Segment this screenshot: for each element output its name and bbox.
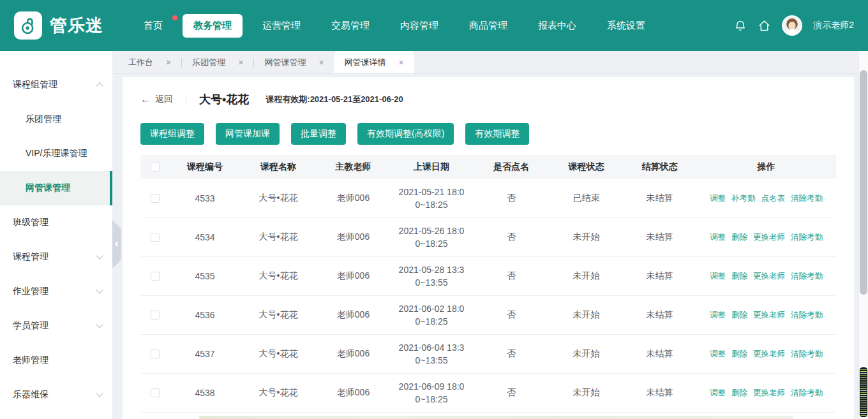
row-checkbox[interactable]: [151, 388, 160, 397]
nav-item[interactable]: 交易管理: [320, 14, 380, 38]
course-id-cell: 4533: [170, 193, 240, 203]
sidebar-item[interactable]: 考级报名: [0, 412, 112, 419]
close-icon[interactable]: ×: [399, 58, 404, 67]
action-link[interactable]: 更换老师: [753, 232, 785, 243]
sidebar-item[interactable]: 课程管理: [0, 240, 112, 274]
row-checkbox[interactable]: [151, 349, 160, 358]
action-link[interactable]: 更换老师: [753, 388, 785, 399]
nav-item[interactable]: 商品管理: [458, 14, 518, 38]
status-cell: 未开始: [550, 348, 623, 360]
avatar[interactable]: [782, 15, 802, 36]
row-checkbox[interactable]: [151, 311, 160, 320]
sidebar-item[interactable]: VIP/乐理课管理: [0, 136, 112, 171]
header-checkbox-cell: [140, 163, 170, 172]
action-button[interactable]: 网管课加课: [216, 123, 280, 145]
sidebar-item[interactable]: 课程组管理: [0, 68, 112, 102]
action-button[interactable]: 有效期调整(高权限): [357, 123, 454, 145]
action-link[interactable]: 删除: [731, 349, 747, 360]
row-checkbox[interactable]: [151, 233, 160, 242]
action-button[interactable]: 课程组调整: [140, 123, 204, 145]
action-link[interactable]: 清除考勤: [791, 271, 823, 282]
user-name[interactable]: 演示老师2: [813, 20, 854, 31]
action-link[interactable]: 调整: [710, 271, 726, 282]
sidebar-item-label: 乐团管理: [26, 114, 102, 125]
sidebar-item[interactable]: 乐团管理: [0, 102, 112, 136]
action-button[interactable]: 有效期调整: [465, 123, 529, 145]
tab-bar: 工作台×乐团管理×网管课管理×网管课详情×: [112, 51, 858, 74]
action-link[interactable]: 调整: [710, 232, 726, 243]
scrollbar-thumb[interactable]: [860, 70, 867, 295]
sidebar-item[interactable]: 乐器维保: [0, 378, 112, 412]
home-icon[interactable]: [758, 19, 771, 33]
course-id-cell: 4534: [170, 232, 240, 242]
back-arrow-icon: ←: [140, 94, 151, 105]
tab-item[interactable]: 网管课详情×: [334, 51, 414, 73]
action-link[interactable]: 更换老师: [753, 349, 785, 360]
close-icon[interactable]: ×: [238, 58, 243, 67]
teacher-cell: 老师006: [317, 232, 390, 243]
action-button[interactable]: 批量调整: [291, 123, 346, 145]
action-link[interactable]: 清除考勤: [791, 349, 823, 360]
nav-item[interactable]: 首页: [133, 14, 174, 38]
action-link[interactable]: 更换老师: [753, 310, 785, 321]
nav-item[interactable]: 系统设置: [596, 14, 656, 38]
select-all-checkbox[interactable]: [151, 163, 160, 172]
nav-item-label: 内容管理: [400, 20, 438, 31]
close-icon[interactable]: ×: [318, 58, 324, 67]
app-body: 课程组管理乐团管理VIP/乐理课管理网管课管理班级管理课程管理作业管理学员管理老…: [0, 51, 868, 419]
row-checkbox[interactable]: [151, 194, 160, 203]
date-text: 2021-05-21 18:00~18:25: [398, 186, 465, 211]
action-link[interactable]: 调整: [710, 310, 726, 321]
teacher-cell: 老师006: [317, 348, 390, 360]
settlement-cell: 未结算: [623, 309, 696, 321]
action-link[interactable]: 清除考勤: [791, 193, 823, 204]
nav-item[interactable]: 内容管理: [389, 14, 449, 38]
sidebar-item[interactable]: 班级管理: [0, 205, 112, 240]
action-link[interactable]: 删除: [731, 232, 747, 243]
action-link[interactable]: 删除: [731, 388, 747, 399]
row-checkbox[interactable]: [151, 272, 160, 281]
brand[interactable]: 管乐迷: [14, 11, 103, 40]
rollcall-cell: 否: [473, 193, 550, 204]
sidebar-item[interactable]: 网管课管理: [0, 171, 112, 205]
nav-item-label: 报表中心: [538, 20, 576, 31]
status-cell: 未开始: [550, 270, 623, 282]
close-icon[interactable]: ×: [166, 58, 171, 67]
action-link[interactable]: 调整: [710, 388, 726, 399]
action-link[interactable]: 清除考勤: [791, 388, 823, 399]
nav-item[interactable]: 教务管理: [183, 14, 243, 38]
rollcall-cell: 否: [473, 309, 550, 321]
nav-item-label: 商品管理: [469, 20, 507, 31]
action-link[interactable]: 更换老师: [753, 271, 785, 282]
nav-item[interactable]: 报表中心: [527, 14, 587, 38]
tab-item[interactable]: 工作台×: [118, 51, 181, 73]
status-cell: 未开始: [550, 309, 623, 321]
nav-item[interactable]: 运营管理: [251, 14, 311, 38]
action-link[interactable]: 删除: [731, 271, 747, 282]
settlement-cell: 未结算: [623, 193, 696, 204]
action-link[interactable]: 调整: [710, 193, 726, 204]
chevron-down-icon: [96, 252, 103, 259]
nav-item-label: 教务管理: [193, 20, 232, 31]
tab-item[interactable]: 乐团管理×: [182, 51, 253, 73]
sidebar-item[interactable]: 作业管理: [0, 274, 112, 309]
action-link[interactable]: 调整: [710, 349, 726, 360]
sidebar-item[interactable]: 老师管理: [0, 343, 112, 378]
detail-card: ← 返回 大号•花花 课程有效期:2021-05-21至2021-06-20 课…: [123, 77, 854, 419]
tab-item[interactable]: 网管课管理×: [254, 51, 334, 73]
settlement-cell: 未结算: [623, 348, 696, 360]
tab-label: 网管课管理: [264, 57, 306, 68]
sidebar-item[interactable]: 学员管理: [0, 309, 112, 343]
action-link[interactable]: 清除考勤: [791, 310, 823, 321]
content-area: ← 返回 大号•花花 课程有效期:2021-05-21至2021-06-20 课…: [112, 74, 858, 419]
back-button[interactable]: ← 返回: [140, 94, 173, 105]
nav-item-label: 系统设置: [607, 20, 645, 31]
bell-icon[interactable]: [734, 19, 747, 32]
action-link[interactable]: 点名表: [761, 193, 786, 204]
sidebar: 课程组管理乐团管理VIP/乐理课管理网管课管理班级管理课程管理作业管理学员管理老…: [0, 51, 112, 419]
action-link[interactable]: 删除: [731, 310, 747, 321]
date-cell: 2021-06-02 18:00~18:25: [390, 302, 473, 328]
tab-label: 工作台: [128, 57, 153, 68]
action-link[interactable]: 补考勤: [731, 193, 756, 204]
action-link[interactable]: 清除考勤: [791, 232, 823, 243]
